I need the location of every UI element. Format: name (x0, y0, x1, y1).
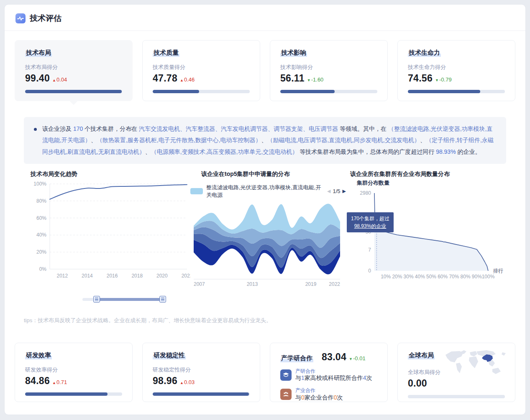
card-title: 技术影响 (280, 49, 307, 57)
svg-text:20%: 20% (36, 249, 46, 255)
svg-text:集群分布数量: 集群分布数量 (356, 180, 389, 186)
summary-box: 该企业涉及 170 个技术集群，分布在 汽车交流发电机、汽车整流器、汽车发电机调… (24, 117, 506, 164)
svg-text:2018: 2018 (131, 273, 143, 279)
score-progress-track (280, 90, 377, 93)
score-progress-track (408, 90, 505, 93)
card-title: 技术布局 (25, 49, 52, 57)
svg-text:2022: 2022 (182, 273, 190, 279)
card-tech-layout[interactable]: 技术布局 技术布局得分 99.40 ▲0.04 (15, 40, 133, 101)
charts-row: 技术布局变化趋势 0%20%40%60%80%100%2012201420162… (15, 171, 515, 303)
svg-text:10%: 10% (381, 274, 391, 280)
trend-line-chart[interactable]: 0%20%40%60%80%100%2012201420162018202020… (31, 178, 190, 283)
svg-text:0: 0 (368, 268, 371, 274)
coop-label: 产业合作 (295, 387, 343, 393)
academic-coop-row: 产研合作 与1家高校或科研院所合作4次 (280, 368, 377, 382)
slider-right-handle[interactable] (159, 296, 166, 303)
card-tech-vitality[interactable]: 技术生命力 技术生命力得分 74.56 ▼-0.79 (397, 40, 515, 101)
svg-text:100%: 100% (482, 274, 495, 280)
data-zoom-slider (82, 296, 166, 303)
score-progress-fill (153, 392, 249, 396)
card-industry-academia[interactable]: 产学研合作 83.04 ▼-0.01 产研合作 与1家高校或科研院所合作4次 (270, 343, 388, 402)
slider-left-handle[interactable] (93, 296, 100, 303)
distribution-chart-title: 该企业所在集群所有企业布局数量分布 (350, 171, 511, 178)
pager-prev-icon[interactable]: ◀ (327, 189, 330, 193)
card-global-layout[interactable]: 全球布局 全球布局得分 (397, 343, 515, 402)
card-title: 技术质量 (153, 49, 179, 57)
score-value: 74.56 (408, 73, 433, 84)
section-header: 技术评估 (5, 5, 525, 31)
score-delta: ▼-0.79 (435, 76, 452, 83)
card-rnd-stability[interactable]: 研发稳定性 研发稳定性得分 98.96 ▲0.03 (142, 343, 260, 402)
page-title: 技术评估 (30, 13, 61, 24)
svg-text:2016: 2016 (107, 273, 118, 279)
tooltip-line2: 98.93%的企业 (351, 222, 389, 230)
svg-text:100%: 100% (33, 181, 46, 187)
trend-chart-section: 技术布局变化趋势 0%20%40%60%80%100%2012201420162… (15, 171, 190, 303)
score-value: 47.78 (153, 73, 177, 84)
svg-text:2014: 2014 (82, 273, 93, 279)
score-progress-track (408, 395, 505, 398)
stream-legend: 整流滤波电路,光伏逆变器,功率模块,直流电能,开关电源 ◀ 1/5 ▶ (190, 184, 346, 199)
coop-detail: 与1家高校或科研院所合作4次 (295, 374, 372, 382)
card-title: 产学研合作 (280, 354, 313, 362)
score-label: 技术布局得分 (25, 64, 122, 71)
stream-chart-section: 该企业在top5集群中申请量的分布 整流滤波电路,光伏逆变器,功率模块,直流电能… (190, 171, 346, 303)
legend-pager: ◀ 1/5 ▶ (327, 188, 346, 194)
bottom-cards-row: 研发效率 研发效率得分 84.86 ▲0.71 研发稳定性 研发稳定性得分 98… (15, 343, 515, 402)
score-progress-track (25, 392, 122, 396)
card-title: 全球布局 (408, 351, 435, 359)
card-tech-impact[interactable]: 技术影响 技术影响得分 56.11 ▼-1.60 (270, 40, 388, 101)
distribution-tooltip: 170个集群，超过 98.93%的企业 (347, 212, 394, 232)
score-label: 技术生命力得分 (408, 64, 505, 71)
score-label: 技术质量得分 (153, 64, 250, 71)
slider-window[interactable] (97, 298, 163, 301)
svg-text:2980: 2980 (360, 190, 371, 196)
score-delta: ▼-0.01 (349, 355, 366, 361)
svg-text:2013: 2013 (247, 281, 258, 287)
svg-text:60%: 60% (438, 274, 448, 280)
stream-graph[interactable]: 2007201320192022 (190, 199, 343, 288)
score-value: 84.86 (25, 375, 50, 387)
summary-text: 该企业涉及 170 个技术集群，分布在 汽车交流发电机、汽车整流器、汽车发电机调… (42, 125, 494, 155)
pager-page: 1/5 (333, 188, 340, 194)
card-title: 研发效率 (25, 351, 52, 359)
trend-chart-title: 技术布局变化趋势 (31, 171, 190, 178)
svg-text:2020: 2020 (156, 273, 168, 279)
card-tech-quality[interactable]: 技术质量 技术质量得分 47.78 ▲0.46 (142, 40, 260, 101)
score-value: 0.00 (408, 378, 427, 389)
score-progress-fill (25, 392, 108, 396)
score-delta: ▲0.71 (52, 379, 67, 385)
score-label: 技术影响得分 (280, 64, 377, 71)
stream-chart-title: 该企业在top5集群中申请量的分布 (201, 171, 346, 178)
svg-text:20%: 20% (392, 274, 402, 280)
legend-swatch (190, 188, 203, 194)
svg-text:80%: 80% (461, 274, 471, 280)
score-progress-track (153, 90, 250, 93)
score-value: 56.11 (280, 73, 305, 84)
score-progress-fill (153, 90, 199, 93)
svg-text:2007: 2007 (194, 281, 205, 287)
svg-text:7: 7 (368, 247, 371, 253)
score-value: 98.96 (153, 375, 177, 387)
svg-text:40%: 40% (415, 274, 425, 280)
world-map (443, 349, 509, 380)
pulse-chart-icon (15, 13, 26, 23)
svg-text:排行: 排行 (493, 268, 503, 274)
score-progress-fill (25, 90, 122, 93)
metric-cards-row: 技术布局 技术布局得分 99.40 ▲0.04 技术质量 技术质量得分 47.7… (15, 40, 515, 101)
score-value: 99.40 (25, 73, 50, 84)
card-title: 研发稳定性 (153, 351, 186, 359)
score-delta: ▲0.03 (180, 379, 195, 385)
card-rnd-efficiency[interactable]: 研发效率 研发效率得分 84.86 ▲0.71 (15, 343, 133, 402)
score-progress-fill (408, 90, 480, 93)
coop-detail: 与0家企业合作0次 (295, 394, 343, 402)
svg-text:80%: 80% (36, 198, 46, 204)
graduation-cap-icon (280, 369, 292, 381)
score-progress-track (25, 90, 122, 93)
svg-text:40%: 40% (36, 232, 46, 238)
pager-next-icon[interactable]: ▶ (343, 189, 346, 193)
score-value: 83.04 (322, 351, 346, 363)
legend-label: 整流滤波电路,光伏逆变器,功率模块,直流电能,开关电源 (206, 184, 321, 199)
score-label: 研发效率得分 (25, 366, 122, 374)
score-progress-fill (280, 90, 335, 93)
